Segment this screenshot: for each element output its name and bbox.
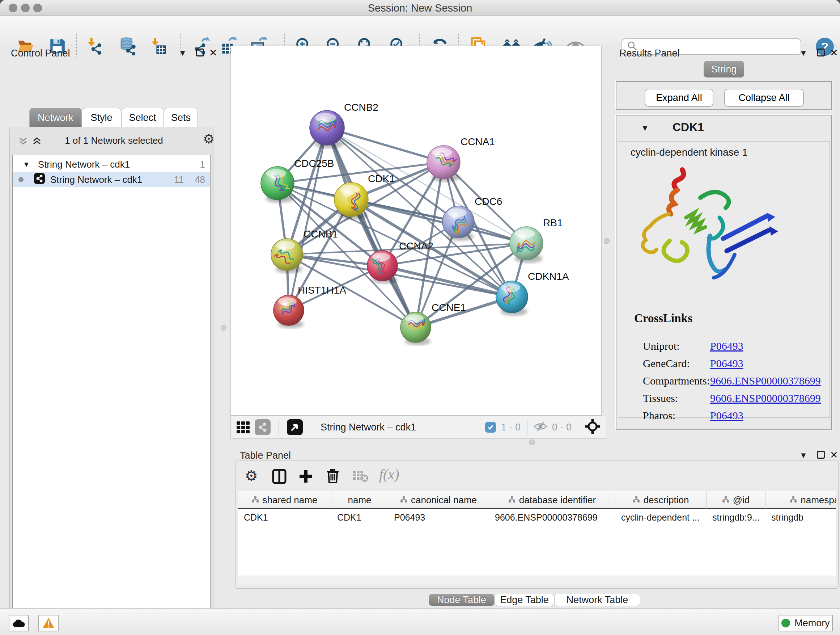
network-collection-row[interactable]: ▼ String Network – cdk1 1 [13,157,210,172]
tab-string[interactable]: String [704,61,744,78]
warning-icon [42,618,55,629]
close-panel-icon[interactable]: ✕ [830,47,838,59]
collection-label: String Network – cdk1 [38,159,130,170]
tab-network-table[interactable]: Network Table [554,594,640,606]
add-column-icon[interactable] [298,469,313,486]
close-panel-icon[interactable]: ✕ [209,47,218,59]
crosslink-uniprot-link[interactable]: P06493 [710,340,744,352]
birds-eye-view-icon[interactable] [235,419,251,435]
table-row[interactable]: CDK1CDK1P064939606.ENSP00000378699cyclin… [238,510,836,524]
application-window: Session: New Session [0,0,840,635]
open-in-window-icon[interactable] [287,419,303,435]
column-header-namespace[interactable]: namespace [766,491,836,509]
network-options-gear-icon[interactable]: ⚙ [203,131,215,147]
network-selection-status: 1 of 1 Network selected [49,135,179,146]
network-view-toolbar: String Network – cdk1 1 - 0 0 - 0 [231,416,606,439]
memory-label: Memory [794,618,830,629]
cell-database-identifier: 9606.ENSP00000378699 [489,510,615,524]
cell-name: CDK1 [332,510,388,524]
tab-network[interactable]: Network [29,108,82,127]
column-hierarchy-icon [508,494,515,506]
gene-description: cyclin-dependent kinase 1 [630,147,748,158]
warning-button[interactable] [38,615,58,631]
crosslink-label: Uniprot: [643,340,680,352]
tab-style[interactable]: Style [82,108,121,127]
node-label-CCNB1: CCNB1 [303,228,338,240]
column-header-name[interactable]: name [332,491,388,509]
collapse-panel-icon[interactable]: ▼ [799,451,807,460]
table-options-gear-icon[interactable]: ⚙ [245,467,258,484]
tree-expander-icon[interactable]: ▼ [23,160,30,169]
protein-structure-image [626,163,782,299]
show-columns-icon[interactable] [272,469,286,486]
tab-sets[interactable]: Sets [164,108,198,127]
network-node-CCNB1[interactable] [271,239,303,273]
column-hierarchy-icon [400,494,407,506]
left-splitter-handle[interactable] [221,325,226,331]
column-hierarchy-icon [790,494,797,506]
right-splitter-handle[interactable] [604,238,609,244]
selected-nodes-checkbox-icon[interactable] [485,422,496,432]
close-panel-icon[interactable]: ✕ [830,449,838,461]
network-node-CCNA2[interactable] [367,250,398,284]
crosslink-compartments-link[interactable]: 9606.ENSP00000378699 [710,375,821,387]
network-node-CDKN1A[interactable] [496,281,528,316]
tab-edge-table[interactable]: Edge Table [494,594,554,606]
crosslink-pharos-link[interactable]: P06493 [710,409,744,422]
table-panel-title: Table Panel [240,450,291,461]
section-expander-icon[interactable]: ▼ [641,124,649,133]
column-header-canonical-name[interactable]: canonical name [388,491,489,509]
network-node-RB1[interactable] [510,226,543,263]
float-panel-icon[interactable] [817,49,825,57]
expand-all-button[interactable]: Expand All [645,89,714,107]
node-label-CCNE1: CCNE1 [431,302,466,313]
function-builder-icon[interactable]: f(x) [379,466,399,483]
network-node-HIST1H1A[interactable] [273,295,304,328]
column-header--id[interactable]: @id [706,491,766,509]
network-row-selected[interactable]: String Network – cdk1 11 48 [13,172,210,187]
network-node-CDC25B[interactable] [261,166,294,203]
float-panel-icon[interactable] [196,49,204,57]
column-header-description[interactable]: description [615,491,706,509]
tab-node-table[interactable]: Node Table [429,594,494,606]
memory-button[interactable]: Memory [778,615,833,631]
network-node-CCNE1[interactable] [401,312,431,345]
column-hierarchy-icon [722,494,729,506]
network-label: String Network – cdk1 [50,174,142,185]
crosslink-genecard-link[interactable]: P06493 [710,357,744,370]
collapse-panel-icon[interactable]: ▼ [179,49,187,58]
collapse-all-networks-icon[interactable] [32,136,42,148]
node-label-CDC25B: CDC25B [294,158,334,169]
float-panel-icon[interactable] [817,451,825,459]
column-header-database-identifier[interactable]: database identifier [489,491,615,509]
crosslink-label: Compartments: [643,375,710,387]
crosshair-icon[interactable] [585,419,600,435]
collapse-panel-icon[interactable]: ▼ [799,49,807,58]
collapse-all-button[interactable]: Collapse All [724,89,804,107]
horizontal-splitter-handle[interactable] [529,440,535,445]
network-share-icon[interactable] [255,419,271,435]
delete-table-icon[interactable] [352,470,368,484]
cloud-icon [12,618,25,628]
main-toolbar: ? [0,16,840,44]
cell-canonical-name: P06493 [388,510,489,524]
network-node-count: 11 [174,174,184,185]
crosslink-tissues-link[interactable]: 9606.ENSP00000378699 [710,392,821,404]
crosslinks-heading: CrossLinks [634,312,692,325]
node-label-CDK1: CDK1 [368,173,395,184]
expand-all-networks-icon[interactable] [18,136,28,148]
cloud-button[interactable] [9,615,29,631]
column-header-shared-name[interactable]: shared name [238,491,332,509]
network-status-dot [19,177,24,182]
network-canvas[interactable]: CCNB2CCNA1CDC25BCDK1CDC6RB1CCNB1CCNA2CDK… [231,46,602,416]
network-edge-count: 48 [195,174,205,185]
selected-count: 1 - 0 [501,422,521,433]
table-horizontal-scrollbar[interactable] [238,576,836,584]
tab-select[interactable]: Select [121,108,164,127]
table-header-row: shared namenamecanonical namedatabase id… [238,491,836,509]
memory-status-dot [782,619,790,627]
network-node-CDC6[interactable] [442,206,474,241]
network-node-CCNA1[interactable] [427,146,460,182]
window-title: Session: New Session [0,0,840,16]
delete-column-trash-icon[interactable] [325,468,340,486]
